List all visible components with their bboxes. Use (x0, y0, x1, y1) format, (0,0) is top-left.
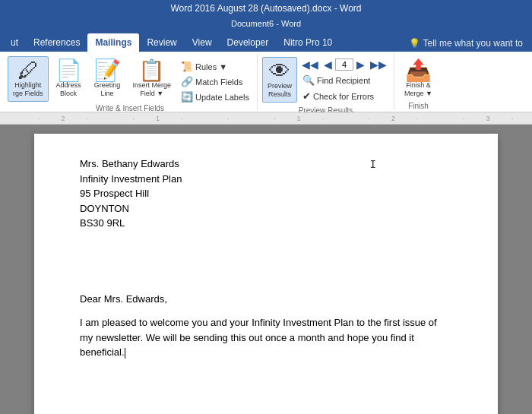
write-insert-fields-content: 🖊 Highlightrge Fields 📄 AddressBlock 📝 G… (8, 53, 252, 104)
tab-review[interactable]: Review (139, 33, 184, 52)
address-line4: DOYNTON (80, 201, 452, 216)
last-record-button[interactable]: ▶▶ (368, 58, 389, 71)
address-line1: Mrs. Bethany Edwards (80, 156, 452, 172)
lightbulb-icon: 💡 (409, 38, 420, 49)
next-record-button[interactable]: ▶ (354, 58, 367, 71)
doc-title-bar: Document6 - Word (0, 17, 532, 30)
address-line2: Infinity Investment Plan (80, 172, 452, 187)
highlight-icon: 🖊 (17, 60, 39, 81)
address-line3: 95 Prospect Hill (80, 186, 452, 201)
record-number-input[interactable] (335, 58, 353, 71)
title-text: Word 2016 August 28 (Autosaved).docx - W… (170, 3, 361, 14)
find-recipient-icon: 🔍 (302, 74, 315, 86)
tab-mailings[interactable]: Mailings (87, 33, 139, 52)
text-cursor (125, 348, 125, 359)
text-cursor-pos: I (370, 158, 376, 170)
greeting-icon: 📝 (94, 60, 121, 81)
address-block-button[interactable]: 📄 AddressBlock (50, 56, 87, 102)
ribbon: 🖊 Highlightrge Fields 📄 AddressBlock 📝 G… (0, 52, 532, 112)
tab-view[interactable]: View (185, 33, 220, 52)
salutation: Dear Mrs. Edwards, (80, 292, 452, 307)
first-record-button[interactable]: ◀◀ (299, 58, 321, 71)
title-bar: Word 2016 August 28 (Autosaved).docx - W… (0, 0, 532, 17)
tabs-container: ut References Mailings Review View Devel… (3, 33, 400, 52)
ruler-content: ·2· ·1· · ·1· ·2· ·3· ·4· ·5· ·6· ·7· ·8… (3, 115, 529, 122)
spacer (80, 246, 452, 292)
body-text[interactable]: I am pleased to welcome you and your Inf… (80, 315, 452, 360)
rules-icon: 📜 (181, 61, 193, 72)
insert-merge-field-button[interactable]: 📋 Insert MergeField ▼ (128, 56, 177, 102)
match-fields-icon: 🔗 (181, 76, 193, 87)
tab-developer[interactable]: Developer (220, 33, 277, 52)
match-fields-button[interactable]: 🔗 Match Fields (178, 74, 252, 89)
prev-record-button[interactable]: ◀ (321, 58, 334, 71)
body-paragraph: I am pleased to welcome you and your Inf… (80, 315, 452, 360)
write-small-buttons: 📜 Rules ▼ 🔗 Match Fields 🔄 Update Labels (178, 56, 252, 104)
highlight-fields-button[interactable]: 🖊 Highlightrge Fields (8, 56, 49, 102)
greeting-line-button[interactable]: 📝 GreetingLine (89, 56, 126, 102)
write-insert-fields-group: 🖊 Highlightrge Fields 📄 AddressBlock 📝 G… (3, 53, 258, 110)
doc-area[interactable]: I Mrs. Bethany Edwards Infinity Investme… (0, 125, 532, 414)
finish-merge-button[interactable]: 📤 Finish &Merge ▼ (399, 56, 438, 102)
tab-ut[interactable]: ut (3, 33, 26, 52)
doc-title-text: Document6 - Word (231, 19, 301, 28)
address-icon: 📄 (55, 60, 82, 81)
ribbon-tabs-row: ut References Mailings Review View Devel… (0, 30, 532, 52)
insert-merge-icon: 📋 (138, 60, 165, 81)
finish-merge-icon: 📤 (405, 60, 432, 81)
preview-icon: 👁 (269, 61, 290, 82)
tell-me-bar[interactable]: 💡 Tell me what you want to (400, 38, 532, 49)
tab-references[interactable]: References (26, 33, 87, 52)
tab-nitro[interactable]: Nitro Pro 10 (276, 33, 340, 52)
salutation-text: Dear Mrs. Edwards, (80, 292, 452, 307)
address-line5: BS30 9RL (80, 216, 452, 231)
document-page[interactable]: I Mrs. Bethany Edwards Infinity Investme… (34, 134, 498, 414)
update-labels-button[interactable]: 🔄 Update Labels (178, 90, 252, 104)
check-errors-icon: ✔ (302, 90, 311, 102)
rules-button[interactable]: 📜 Rules ▼ (178, 59, 252, 74)
finish-label: Finish (408, 102, 429, 112)
preview-results-group: 👁 PreviewResults ◀◀ ◀ ▶ ▶▶ 🔍 Find Recipi… (258, 53, 394, 110)
address-block: Mrs. Bethany Edwards Infinity Investment… (80, 156, 452, 231)
update-labels-icon: 🔄 (181, 91, 193, 103)
finish-group: 📤 Finish &Merge ▼ Finish (394, 53, 442, 110)
tell-me-text: Tell me what you want to (423, 38, 523, 49)
preview-results-button[interactable]: 👁 PreviewResults (262, 57, 297, 103)
ruler: ·2· ·1· · ·1· ·2· ·3· ·4· ·5· ·6· ·7· ·8… (0, 112, 532, 125)
find-recipient-button[interactable]: 🔍 Find Recipient (299, 73, 389, 87)
check-errors-button[interactable]: ✔ Check for Errors (299, 89, 389, 103)
